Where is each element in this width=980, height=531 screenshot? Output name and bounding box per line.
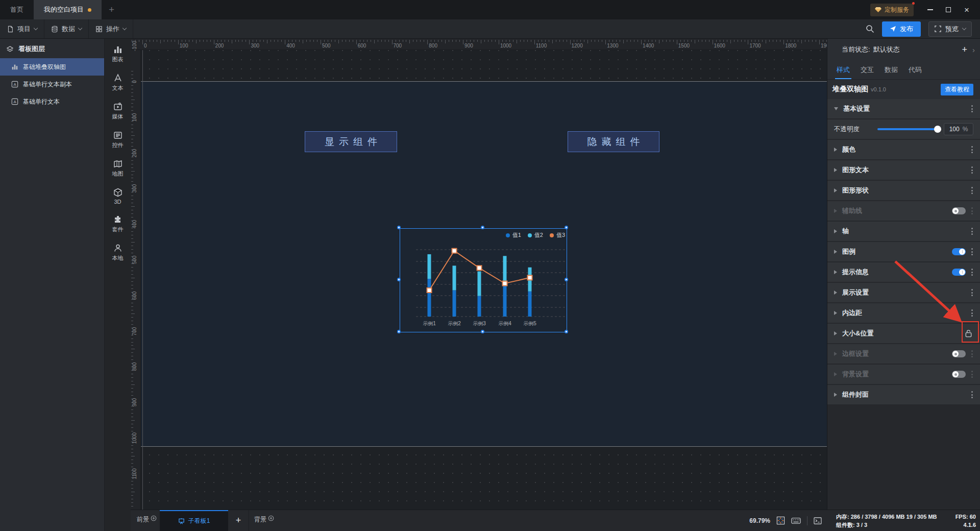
custom-service-badge[interactable]: 定制服务 xyxy=(870,4,914,16)
section-辅助线[interactable]: 辅助线 xyxy=(827,201,980,221)
menu-项目[interactable]: 项目 xyxy=(0,19,44,38)
opacity-value-box[interactable]: 100% xyxy=(944,123,973,135)
kebab-menu-icon[interactable] xyxy=(971,166,973,174)
section-背景设置[interactable]: 背景设置 xyxy=(827,365,980,384)
caret-icon xyxy=(834,229,837,233)
strip-item-控件[interactable]: 控件 xyxy=(112,131,124,149)
strip-item-媒体[interactable]: 媒体 xyxy=(112,102,124,120)
kebab-menu-icon[interactable] xyxy=(971,350,973,357)
section-组件封面[interactable]: 组件封面 xyxy=(827,385,980,404)
text-box-icon: A xyxy=(11,81,18,88)
map-icon xyxy=(113,159,122,168)
fit-screen-icon[interactable] xyxy=(776,516,785,525)
circle-plus-icon[interactable] xyxy=(268,515,274,521)
sub-board-tab[interactable]: 子看板1 xyxy=(160,510,228,531)
chevron-right-icon[interactable]: › xyxy=(972,45,975,54)
strip-item-3D[interactable]: 3D xyxy=(113,188,122,205)
toggle-off[interactable] xyxy=(952,207,966,214)
diamond-icon xyxy=(875,7,881,13)
strip-item-套件[interactable]: 套件 xyxy=(112,215,124,233)
close-button[interactable]: × xyxy=(958,0,976,19)
keyboard-icon[interactable] xyxy=(791,517,801,524)
minimize-button[interactable] xyxy=(921,0,939,19)
kebab-menu-icon[interactable] xyxy=(971,228,973,235)
project-tab-label: 我的空白项目 xyxy=(44,5,84,14)
section-边框设置[interactable]: 边框设置 xyxy=(827,344,980,364)
horizontal-ruler: 0100200300400500600700800900100011001200… xyxy=(131,39,827,50)
tutorial-button[interactable]: 查看教程 xyxy=(941,84,973,95)
terminal-icon[interactable] xyxy=(814,517,822,524)
fullscreen-frame-icon xyxy=(935,26,941,32)
selection-handle[interactable] xyxy=(565,330,568,333)
section-label: 内边距 xyxy=(842,308,862,318)
kebab-menu-icon[interactable] xyxy=(971,105,973,112)
foreground-group[interactable]: 前景 xyxy=(131,510,160,531)
selection-handle[interactable] xyxy=(565,278,568,281)
toggle-off[interactable] xyxy=(952,371,966,378)
separator xyxy=(807,516,807,525)
section-label: 图例 xyxy=(842,247,855,256)
kebab-menu-icon[interactable] xyxy=(971,371,973,378)
inspector-tab-数据[interactable]: 数据 xyxy=(883,65,899,79)
section-label: 基本设置 xyxy=(843,104,870,113)
paper-plane-icon xyxy=(890,26,896,32)
project-tab-1[interactable]: 我的空白项目 xyxy=(34,0,102,19)
kebab-menu-icon[interactable] xyxy=(971,391,973,398)
kebab-menu-icon[interactable] xyxy=(971,146,973,153)
zoom-level[interactable]: 69.79% xyxy=(749,517,770,524)
toolbar-menus: 项目数据操作 xyxy=(0,19,133,38)
inspector-tab-交互[interactable]: 交互 xyxy=(859,65,875,79)
inspector-tab-代码[interactable]: 代码 xyxy=(907,65,923,79)
section-图形形状[interactable]: 图形形状 xyxy=(827,181,980,200)
maximize-button[interactable] xyxy=(939,0,958,19)
chart-icon xyxy=(113,45,122,54)
layer-item[interactable]: 基础堆叠双轴图 xyxy=(0,58,104,76)
preview-label: 预览 xyxy=(945,25,959,34)
hide-component-button[interactable]: 隐藏组件 xyxy=(568,131,659,152)
selected-chart-component[interactable]: 值1值2值3 示例1示例2示例3示例4示例5 xyxy=(400,228,567,332)
section-图形文本[interactable]: 图形文本 xyxy=(827,160,980,180)
opacity-slider[interactable] xyxy=(877,128,938,130)
section-颜色[interactable]: 颜色 xyxy=(827,140,980,159)
component-header: 堆叠双轴图 v0.1.0 查看教程 xyxy=(827,80,980,99)
svg-text:示例2: 示例2 xyxy=(448,321,461,326)
inspector-tab-样式[interactable]: 样式 xyxy=(835,65,851,79)
kebab-menu-icon[interactable] xyxy=(971,187,973,194)
section-基本设置[interactable]: 基本设置 xyxy=(827,99,980,118)
selection-handle[interactable] xyxy=(565,226,568,229)
opacity-slider-knob[interactable] xyxy=(934,126,941,133)
section-轴[interactable]: 轴 xyxy=(827,222,980,241)
selection-handle[interactable] xyxy=(397,278,401,281)
add-state-button[interactable]: + xyxy=(957,44,972,55)
toggle-off[interactable] xyxy=(952,350,966,357)
selection-handle[interactable] xyxy=(397,226,401,229)
strip-item-本地[interactable]: 本地 xyxy=(112,244,124,262)
caret-icon xyxy=(834,148,837,152)
menu-数据[interactable]: 数据 xyxy=(44,19,89,38)
menu-操作[interactable]: 操作 xyxy=(89,19,133,38)
selection-handle[interactable] xyxy=(481,226,484,229)
selection-handle[interactable] xyxy=(481,330,484,333)
add-board-button[interactable]: + xyxy=(228,510,249,531)
state-value: 默认状态 xyxy=(873,45,900,54)
layer-item[interactable]: A基础单行文本 xyxy=(0,93,104,110)
canvas[interactable]: 0100200300400500600700800900100011001200… xyxy=(131,39,827,510)
preview-button[interactable]: 预览 xyxy=(928,21,972,37)
project-tab-0[interactable]: 首页 xyxy=(0,0,34,19)
kebab-menu-icon[interactable] xyxy=(971,207,973,214)
selection-handle[interactable] xyxy=(397,330,401,333)
search-icon[interactable] xyxy=(866,25,874,33)
strip-item-地图[interactable]: 地图 xyxy=(112,159,124,178)
background-group[interactable]: 背景 xyxy=(249,510,279,531)
strip-item-文本[interactable]: 文本 xyxy=(112,74,124,92)
publish-button[interactable]: 发布 xyxy=(882,21,921,37)
toolbar-right: 发布 预览 xyxy=(866,19,980,38)
show-component-button[interactable]: 显示组件 xyxy=(305,131,397,152)
layer-item[interactable]: A基础单行文本副本 xyxy=(0,76,104,93)
new-project-tab-button[interactable]: + xyxy=(102,0,121,19)
board-bar-right: 69.79% xyxy=(749,510,827,531)
circle-plus-icon[interactable] xyxy=(151,515,157,521)
strip-item-图表[interactable]: 图表 xyxy=(112,45,124,63)
strip-item-label: 本地 xyxy=(112,254,124,262)
caret-icon xyxy=(834,107,838,110)
